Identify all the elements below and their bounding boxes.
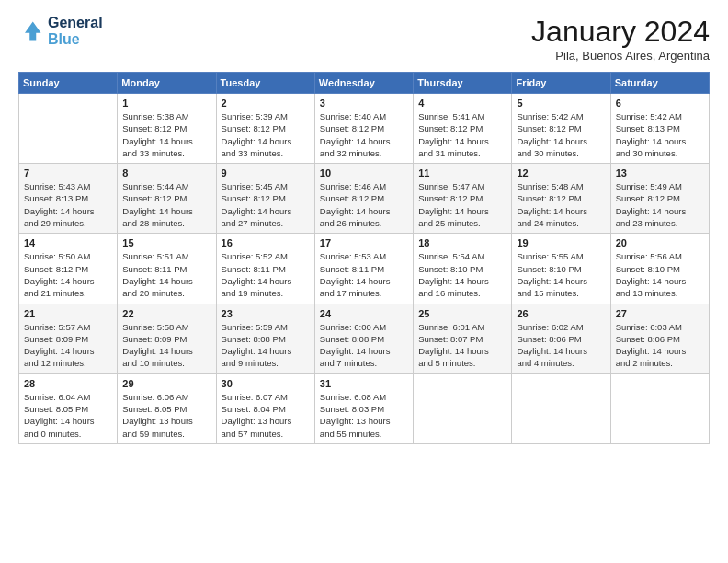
weekday-header: Sunday <box>19 73 118 94</box>
day-number: 19 <box>517 237 605 248</box>
calendar-cell <box>414 373 512 443</box>
day-number: 10 <box>320 167 408 178</box>
day-info: Sunrise: 6:01 AM Sunset: 8:07 PM Dayligh… <box>418 321 506 370</box>
calendar-cell: 10Sunrise: 5:46 AM Sunset: 8:12 PM Dayli… <box>314 164 413 234</box>
day-number: 21 <box>24 308 112 319</box>
day-info: Sunrise: 6:00 AM Sunset: 8:08 PM Dayligh… <box>320 321 408 370</box>
day-info: Sunrise: 5:55 AM Sunset: 8:10 PM Dayligh… <box>517 250 605 299</box>
calendar-cell: 13Sunrise: 5:49 AM Sunset: 8:12 PM Dayli… <box>610 164 709 234</box>
weekday-header: Wednesday <box>314 73 413 94</box>
day-info: Sunrise: 5:42 AM Sunset: 8:13 PM Dayligh… <box>616 110 704 159</box>
day-number: 9 <box>222 167 310 178</box>
day-number: 3 <box>320 98 408 109</box>
day-number: 29 <box>122 378 210 389</box>
calendar-cell: 7Sunrise: 5:43 AM Sunset: 8:13 PM Daylig… <box>19 164 118 234</box>
day-number: 27 <box>616 308 704 319</box>
calendar-week-row: 1Sunrise: 5:38 AM Sunset: 8:12 PM Daylig… <box>19 94 710 164</box>
day-number: 5 <box>517 98 605 109</box>
location: Pila, Buenos Aires, Argentina <box>531 49 710 63</box>
day-number: 8 <box>122 167 210 178</box>
day-info: Sunrise: 6:03 AM Sunset: 8:06 PM Dayligh… <box>616 321 704 370</box>
day-info: Sunrise: 5:39 AM Sunset: 8:12 PM Dayligh… <box>222 110 310 159</box>
day-number: 26 <box>517 308 605 319</box>
day-info: Sunrise: 5:53 AM Sunset: 8:11 PM Dayligh… <box>320 250 408 299</box>
calendar-cell: 25Sunrise: 6:01 AM Sunset: 8:07 PM Dayli… <box>414 304 512 373</box>
day-number: 25 <box>418 308 506 319</box>
calendar-cell: 19Sunrise: 5:55 AM Sunset: 8:10 PM Dayli… <box>512 234 610 304</box>
calendar-cell: 23Sunrise: 5:59 AM Sunset: 8:08 PM Dayli… <box>216 304 314 373</box>
day-info: Sunrise: 5:41 AM Sunset: 8:12 PM Dayligh… <box>418 110 506 159</box>
calendar-cell: 12Sunrise: 5:48 AM Sunset: 8:12 PM Dayli… <box>512 164 610 234</box>
month-title: January 2024 <box>531 15 710 49</box>
day-number: 11 <box>418 167 506 178</box>
day-number: 23 <box>222 308 310 319</box>
day-info: Sunrise: 6:06 AM Sunset: 8:05 PM Dayligh… <box>122 391 210 440</box>
title-area: January 2024 Pila, Buenos Aires, Argenti… <box>531 15 710 63</box>
calendar-cell: 24Sunrise: 6:00 AM Sunset: 8:08 PM Dayli… <box>314 304 413 373</box>
calendar-cell: 11Sunrise: 5:47 AM Sunset: 8:12 PM Dayli… <box>414 164 512 234</box>
calendar-cell: 31Sunrise: 6:08 AM Sunset: 8:03 PM Dayli… <box>314 373 413 443</box>
calendar-cell <box>512 373 610 443</box>
calendar-cell: 20Sunrise: 5:56 AM Sunset: 8:10 PM Dayli… <box>610 234 709 304</box>
calendar-cell: 4Sunrise: 5:41 AM Sunset: 8:12 PM Daylig… <box>414 94 512 164</box>
svg-marker-0 <box>25 22 41 41</box>
calendar-week-row: 28Sunrise: 6:04 AM Sunset: 8:05 PM Dayli… <box>19 373 710 443</box>
day-info: Sunrise: 5:44 AM Sunset: 8:12 PM Dayligh… <box>122 180 210 229</box>
day-info: Sunrise: 5:49 AM Sunset: 8:12 PM Dayligh… <box>616 180 704 229</box>
day-info: Sunrise: 5:54 AM Sunset: 8:10 PM Dayligh… <box>418 250 506 299</box>
calendar-cell: 6Sunrise: 5:42 AM Sunset: 8:13 PM Daylig… <box>610 94 709 164</box>
day-info: Sunrise: 5:40 AM Sunset: 8:12 PM Dayligh… <box>320 110 408 159</box>
day-info: Sunrise: 5:58 AM Sunset: 8:09 PM Dayligh… <box>122 321 210 370</box>
calendar-cell: 15Sunrise: 5:51 AM Sunset: 8:11 PM Dayli… <box>118 234 216 304</box>
day-number: 17 <box>320 237 408 248</box>
header: General Blue January 2024 Pila, Buenos A… <box>18 15 710 63</box>
calendar-week-row: 14Sunrise: 5:50 AM Sunset: 8:12 PM Dayli… <box>19 234 710 304</box>
day-info: Sunrise: 5:47 AM Sunset: 8:12 PM Dayligh… <box>418 180 506 229</box>
day-number: 24 <box>320 308 408 319</box>
day-number: 7 <box>24 167 112 178</box>
calendar-cell: 5Sunrise: 5:42 AM Sunset: 8:12 PM Daylig… <box>512 94 610 164</box>
logo: General Blue <box>18 15 103 48</box>
weekday-header: Monday <box>118 73 216 94</box>
day-number: 1 <box>122 98 210 109</box>
day-number: 4 <box>418 98 506 109</box>
calendar-cell: 18Sunrise: 5:54 AM Sunset: 8:10 PM Dayli… <box>414 234 512 304</box>
calendar-table: SundayMondayTuesdayWednesdayThursdayFrid… <box>18 72 710 444</box>
day-info: Sunrise: 5:52 AM Sunset: 8:11 PM Dayligh… <box>222 250 310 299</box>
day-info: Sunrise: 5:45 AM Sunset: 8:12 PM Dayligh… <box>222 180 310 229</box>
calendar-cell: 8Sunrise: 5:44 AM Sunset: 8:12 PM Daylig… <box>118 164 216 234</box>
calendar-cell: 22Sunrise: 5:58 AM Sunset: 8:09 PM Dayli… <box>118 304 216 373</box>
day-info: Sunrise: 5:56 AM Sunset: 8:10 PM Dayligh… <box>616 250 704 299</box>
calendar-cell: 21Sunrise: 5:57 AM Sunset: 8:09 PM Dayli… <box>19 304 118 373</box>
calendar-cell <box>19 94 118 164</box>
day-info: Sunrise: 5:51 AM Sunset: 8:11 PM Dayligh… <box>122 250 210 299</box>
day-number: 12 <box>517 167 605 178</box>
calendar-cell: 17Sunrise: 5:53 AM Sunset: 8:11 PM Dayli… <box>314 234 413 304</box>
day-info: Sunrise: 5:46 AM Sunset: 8:12 PM Dayligh… <box>320 180 408 229</box>
calendar-cell: 26Sunrise: 6:02 AM Sunset: 8:06 PM Dayli… <box>512 304 610 373</box>
calendar-cell: 30Sunrise: 6:07 AM Sunset: 8:04 PM Dayli… <box>216 373 314 443</box>
day-number: 28 <box>24 378 112 389</box>
calendar-cell: 29Sunrise: 6:06 AM Sunset: 8:05 PM Dayli… <box>118 373 216 443</box>
calendar-cell: 16Sunrise: 5:52 AM Sunset: 8:11 PM Dayli… <box>216 234 314 304</box>
day-number: 2 <box>222 98 310 109</box>
calendar-cell: 9Sunrise: 5:45 AM Sunset: 8:12 PM Daylig… <box>216 164 314 234</box>
day-number: 30 <box>222 378 310 389</box>
day-number: 22 <box>122 308 210 319</box>
page: General Blue January 2024 Pila, Buenos A… <box>0 0 728 563</box>
calendar-cell: 14Sunrise: 5:50 AM Sunset: 8:12 PM Dayli… <box>19 234 118 304</box>
day-number: 14 <box>24 237 112 248</box>
weekday-header: Saturday <box>610 73 709 94</box>
logo-icon <box>18 18 44 44</box>
day-info: Sunrise: 6:04 AM Sunset: 8:05 PM Dayligh… <box>24 391 112 440</box>
calendar-cell: 28Sunrise: 6:04 AM Sunset: 8:05 PM Dayli… <box>19 373 118 443</box>
day-number: 6 <box>616 98 704 109</box>
day-info: Sunrise: 5:59 AM Sunset: 8:08 PM Dayligh… <box>222 321 310 370</box>
day-info: Sunrise: 6:02 AM Sunset: 8:06 PM Dayligh… <box>517 321 605 370</box>
day-info: Sunrise: 5:48 AM Sunset: 8:12 PM Dayligh… <box>517 180 605 229</box>
weekday-header: Tuesday <box>216 73 314 94</box>
calendar-cell: 2Sunrise: 5:39 AM Sunset: 8:12 PM Daylig… <box>216 94 314 164</box>
logo-text: General Blue <box>48 15 103 48</box>
day-info: Sunrise: 5:57 AM Sunset: 8:09 PM Dayligh… <box>24 321 112 370</box>
calendar-week-row: 7Sunrise: 5:43 AM Sunset: 8:13 PM Daylig… <box>19 164 710 234</box>
